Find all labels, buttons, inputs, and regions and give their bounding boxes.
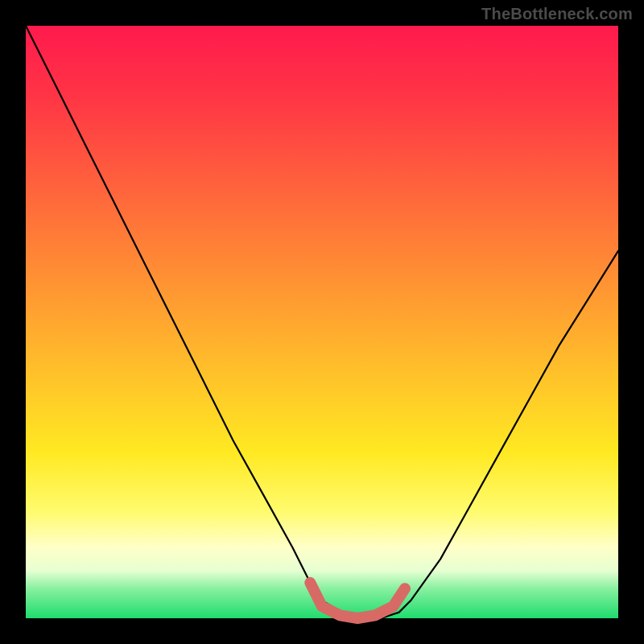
chart-plot-area xyxy=(26,26,618,618)
watermark-label: TheBottleneck.com xyxy=(481,5,633,23)
chart-svg xyxy=(26,26,618,618)
bottleneck-curve xyxy=(26,26,618,618)
optimal-band xyxy=(310,583,405,618)
chart-frame: TheBottleneck.com xyxy=(0,0,644,644)
